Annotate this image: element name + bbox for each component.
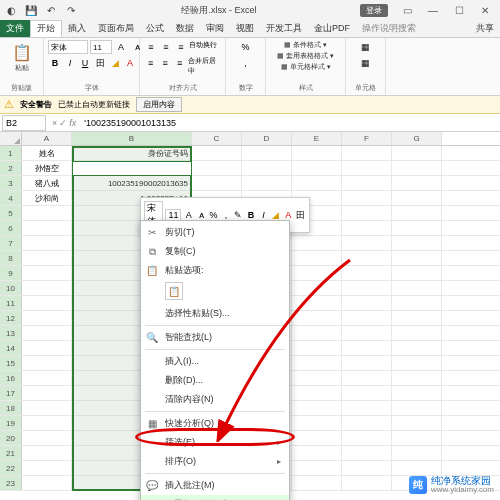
cell[interactable] <box>342 326 392 340</box>
menu-delete[interactable]: 删除(D)... <box>141 371 289 390</box>
col-header-A[interactable]: A <box>22 132 72 145</box>
wrap-text-button[interactable]: 自动换行 <box>189 40 217 54</box>
cell[interactable] <box>342 176 392 190</box>
cell[interactable] <box>292 401 342 415</box>
cell[interactable] <box>392 281 442 295</box>
cell[interactable] <box>292 311 342 325</box>
cell[interactable] <box>342 446 392 460</box>
menu-quick-analysis[interactable]: ▦快速分析(Q) <box>141 414 289 433</box>
cell[interactable] <box>342 431 392 445</box>
menu-cut[interactable]: ✂剪切(T) <box>141 223 289 242</box>
accept-formula-icon[interactable]: ✓ <box>59 118 67 128</box>
underline-button[interactable]: U <box>78 56 92 70</box>
menu-smart-lookup[interactable]: 🔍智能查找(L) <box>141 328 289 347</box>
format-cells-icon[interactable]: ▦ <box>359 56 373 70</box>
cell[interactable] <box>22 386 72 400</box>
paste-option-default[interactable]: 📋 <box>165 282 183 300</box>
cell[interactable] <box>292 371 342 385</box>
cell[interactable]: 100235190002013635 <box>72 176 192 190</box>
autosave-icon[interactable]: ◐ <box>4 3 18 17</box>
cell[interactable] <box>392 251 442 265</box>
cell[interactable] <box>392 416 442 430</box>
cell[interactable] <box>392 386 442 400</box>
cell[interactable] <box>342 266 392 280</box>
tab-view[interactable]: 视图 <box>230 20 260 37</box>
row-header[interactable]: 20 <box>0 431 22 445</box>
cell[interactable] <box>342 461 392 475</box>
cell[interactable] <box>342 371 392 385</box>
cell[interactable] <box>392 431 442 445</box>
ribbon-options-icon[interactable]: ▭ <box>396 2 418 18</box>
cell[interactable] <box>392 176 442 190</box>
fill-color-button[interactable]: ◢ <box>108 56 122 70</box>
cell[interactable] <box>342 386 392 400</box>
menu-format-cells[interactable]: ▦设置单元格格式(F)... <box>141 495 289 500</box>
cell[interactable] <box>292 431 342 445</box>
cell[interactable]: 100235190001013135 <box>72 161 192 175</box>
close-icon[interactable]: ✕ <box>474 2 496 18</box>
bold-button[interactable]: B <box>48 56 62 70</box>
tab-review[interactable]: 审阅 <box>200 20 230 37</box>
font-name-select[interactable]: 宋体 <box>48 40 88 54</box>
row-header[interactable]: 18 <box>0 401 22 415</box>
cell[interactable] <box>342 296 392 310</box>
cell[interactable] <box>292 236 342 250</box>
row-header[interactable]: 19 <box>0 416 22 430</box>
cell[interactable] <box>292 176 342 190</box>
cell[interactable] <box>22 476 72 490</box>
tab-share[interactable]: 共享 <box>470 20 500 37</box>
cell[interactable] <box>292 326 342 340</box>
conditional-format-button[interactable]: ▦条件格式▾ <box>284 40 327 50</box>
cell[interactable] <box>392 341 442 355</box>
cell[interactable] <box>22 431 72 445</box>
cell[interactable]: 身份证号码 <box>72 146 192 160</box>
enable-content-button[interactable]: 启用内容 <box>136 97 182 112</box>
cell[interactable] <box>22 281 72 295</box>
cell[interactable]: 沙和尚 <box>22 191 72 205</box>
menu-insert[interactable]: 插入(I)... <box>141 352 289 371</box>
cell[interactable] <box>292 266 342 280</box>
cell[interactable]: 猪八戒 <box>22 176 72 190</box>
cell[interactable] <box>392 161 442 175</box>
cell[interactable] <box>22 371 72 385</box>
cell[interactable] <box>22 461 72 475</box>
paste-button[interactable]: 📋粘贴 <box>9 40 35 76</box>
align-bottom-icon[interactable]: ≡ <box>174 40 188 54</box>
row-header[interactable]: 4 <box>0 191 22 205</box>
cell[interactable] <box>392 461 442 475</box>
col-header-B[interactable]: B <box>72 132 192 145</box>
cancel-formula-icon[interactable]: × <box>52 118 57 128</box>
col-header-C[interactable]: C <box>192 132 242 145</box>
menu-insert-comment[interactable]: 💬插入批注(M) <box>141 476 289 495</box>
save-icon[interactable]: 💾 <box>24 3 38 17</box>
cell[interactable] <box>22 266 72 280</box>
row-header[interactable]: 5 <box>0 206 22 220</box>
cell[interactable] <box>22 446 72 460</box>
tab-formulas[interactable]: 公式 <box>140 20 170 37</box>
menu-copy[interactable]: ⧉复制(C) <box>141 242 289 261</box>
cell[interactable] <box>342 356 392 370</box>
cell[interactable] <box>22 326 72 340</box>
cell[interactable] <box>342 161 392 175</box>
row-header[interactable]: 23 <box>0 476 22 490</box>
table-format-button[interactable]: ▦套用表格格式▾ <box>277 51 334 61</box>
cell[interactable] <box>22 236 72 250</box>
row-header[interactable]: 6 <box>0 221 22 235</box>
cell[interactable] <box>392 266 442 280</box>
cell[interactable] <box>292 281 342 295</box>
percent-icon[interactable]: % <box>239 40 253 54</box>
cell[interactable] <box>242 161 292 175</box>
row-header[interactable]: 13 <box>0 326 22 340</box>
row-header[interactable]: 16 <box>0 371 22 385</box>
cell[interactable] <box>22 221 72 235</box>
formula-input[interactable]: '100235190001013135 <box>80 115 500 131</box>
col-header-F[interactable]: F <box>342 132 392 145</box>
cell[interactable] <box>392 146 442 160</box>
comma-icon[interactable]: , <box>239 56 253 70</box>
cell[interactable] <box>342 311 392 325</box>
cell[interactable] <box>242 146 292 160</box>
fx-icon[interactable]: fx <box>69 118 76 128</box>
cell[interactable] <box>392 191 442 205</box>
cell[interactable] <box>292 146 342 160</box>
tab-dev[interactable]: 开发工具 <box>260 20 308 37</box>
